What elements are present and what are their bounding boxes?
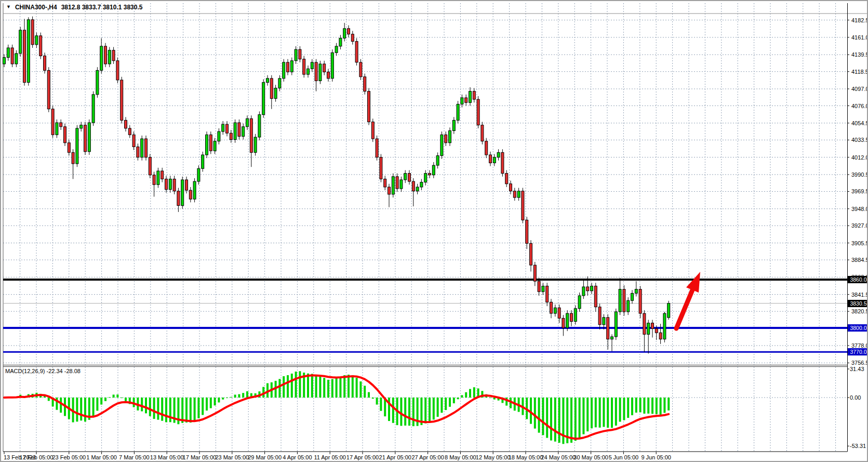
candle-down (177, 191, 180, 206)
candle-up (283, 62, 285, 78)
candle-up (578, 296, 581, 309)
candle-up (246, 118, 249, 126)
macd-histogram-bar (125, 398, 127, 401)
macd-histogram-bar (538, 398, 540, 433)
macd-histogram-bar (651, 398, 653, 414)
candle-up (554, 308, 556, 313)
price-axis-label: 3884.5 (851, 257, 868, 263)
candle-up (108, 50, 111, 64)
candle-up (400, 180, 403, 189)
price-axis-label: 4139.5 (851, 51, 868, 58)
macd-histogram-bar (242, 393, 244, 398)
macd-histogram-bar (667, 398, 670, 411)
candle-up (213, 141, 216, 151)
macd-histogram-bar (586, 398, 589, 431)
candle-up (582, 287, 585, 296)
macd-histogram-bar (190, 398, 192, 423)
candle-up (35, 36, 38, 45)
candle-up (15, 54, 18, 64)
candle-down (639, 289, 642, 313)
candle-down (299, 49, 301, 59)
time-axis-label: 27 Apr 05:00 (411, 454, 444, 460)
price-level-badge: 3830.5 (848, 300, 868, 307)
candle-down (586, 287, 589, 291)
candle-up (234, 123, 236, 140)
collapse-triangle-icon[interactable]: ▼ (6, 4, 11, 9)
macd-histogram-bar (376, 398, 378, 405)
macd-histogram-bar (469, 389, 471, 398)
macd-histogram-bar (206, 398, 208, 411)
macd-histogram-bar (570, 398, 572, 443)
price-axis-label: 3969.5 (851, 188, 868, 194)
macd-histogram-bar (319, 377, 321, 398)
macd-histogram-bar (76, 398, 78, 421)
candle-up (262, 83, 265, 115)
macd-histogram-bar (165, 398, 167, 422)
candle-down (659, 333, 662, 339)
candle-up (197, 168, 200, 181)
candle-down (380, 157, 382, 179)
price-level-badge: 3800.0 (848, 324, 868, 332)
macd-histogram-bar (412, 398, 415, 426)
candle-down (558, 308, 560, 318)
candle-down (104, 46, 107, 64)
macd-histogram-bar (433, 398, 435, 419)
macd-histogram-bar (562, 398, 564, 444)
macd-histogram-bar (343, 375, 345, 398)
ohlc-values: 3812.8 3833.7 3810.1 3830.5 (61, 4, 143, 11)
macd-histogram-bar (214, 398, 216, 405)
candle-up (619, 289, 621, 312)
candle-down (64, 127, 66, 143)
time-axis-label: 17 Mar 05:00 (183, 454, 217, 460)
trend-arrow-shaft[interactable] (676, 290, 692, 328)
candle-down (226, 124, 229, 133)
trend-arrow-head[interactable] (686, 272, 700, 293)
price-axis-label: 3820.5 (851, 308, 868, 314)
candle-down (371, 122, 374, 139)
candle-up (3, 58, 6, 64)
candle-down (112, 50, 115, 61)
candle-up (615, 312, 617, 337)
macd-histogram-bar (623, 398, 625, 420)
candle-down (522, 191, 524, 220)
macd-histogram-bar (437, 398, 439, 417)
macd-histogram-bar (48, 398, 50, 401)
candle-down (651, 323, 654, 329)
price-level-badge: 3860.0 (848, 276, 868, 283)
macd-histogram-bar (579, 398, 581, 438)
macd-histogram-bar (656, 398, 658, 414)
candle-up (493, 157, 496, 163)
macd-histogram-bar (230, 397, 232, 398)
macd-histogram-bar (489, 398, 491, 398)
candle-down (153, 175, 155, 185)
candle-down (209, 135, 212, 151)
macd-histogram-bar (226, 398, 228, 398)
macd-histogram-bar (582, 398, 584, 434)
macd-histogram-bar (473, 387, 475, 398)
candle-down (165, 179, 168, 189)
candle-down (72, 152, 74, 164)
candle-down (505, 174, 508, 184)
candles-layer[interactable] (3, 17, 670, 354)
macd-histogram-bar (611, 398, 613, 428)
macd-histogram-bar (278, 379, 281, 398)
candle-up (319, 64, 322, 81)
macd-histogram-bar (348, 375, 350, 398)
candle-up (603, 318, 605, 325)
candle-down (351, 34, 354, 42)
macd-histogram-bar (218, 398, 220, 402)
candle-down (287, 62, 289, 72)
candle-up (274, 88, 277, 98)
macd-histogram-bar (595, 398, 597, 427)
candle-down (68, 143, 70, 153)
macd-histogram-bar (408, 398, 410, 426)
chart-canvas[interactable] (1, 1, 868, 462)
candle-down (11, 48, 14, 64)
macd-histogram-bar (339, 377, 341, 398)
candle-down (570, 313, 573, 321)
price-axis-label: 4161.0 (851, 34, 868, 41)
macd-histogram-bar (546, 398, 548, 438)
time-axis-label: 23 Feb 05:00 (52, 454, 86, 460)
candle-down (546, 286, 549, 302)
price-level-badge: 3770.0 (848, 348, 868, 355)
